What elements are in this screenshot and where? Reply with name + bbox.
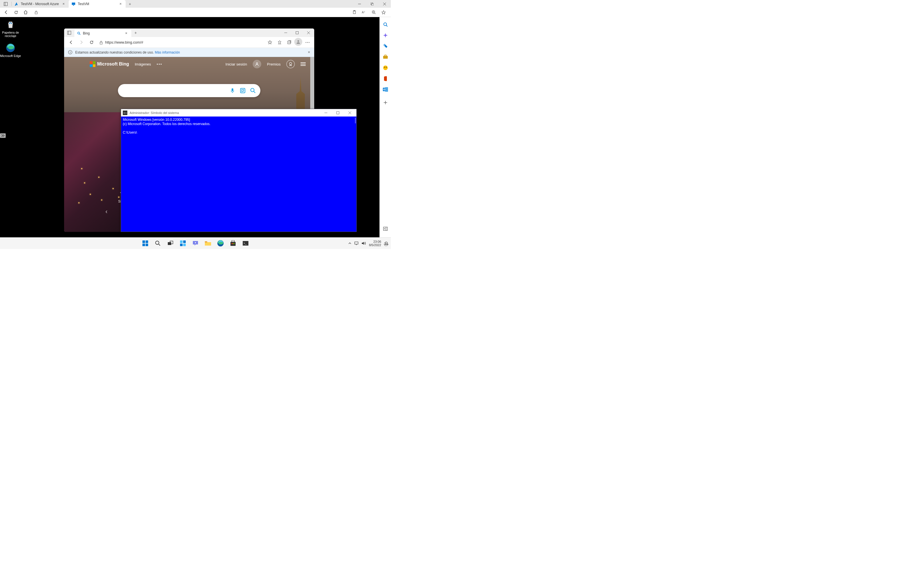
terminal-button[interactable]: >_ xyxy=(240,238,251,249)
settings-icon[interactable] xyxy=(383,241,389,247)
chevron-up-icon[interactable] xyxy=(348,242,351,245)
maximize-button[interactable] xyxy=(291,28,303,37)
search-button[interactable] xyxy=(153,238,163,249)
outer-tab-azure[interactable]: TestVM - Microsoft Azure ✕ xyxy=(11,0,69,8)
svg-rect-88 xyxy=(232,243,233,244)
svg-point-20 xyxy=(384,45,385,46)
close-button[interactable] xyxy=(345,109,355,117)
svg-rect-6 xyxy=(371,3,373,5)
bing-logo[interactable]: Microsoft Bing xyxy=(90,61,129,67)
scrollbar-thumb[interactable] xyxy=(355,118,356,123)
svg-rect-61 xyxy=(240,88,245,93)
shopping-icon[interactable] xyxy=(383,43,388,49)
minimize-button[interactable] xyxy=(280,28,291,37)
favorites-icon[interactable] xyxy=(379,8,388,16)
add-sidebar-icon[interactable] xyxy=(383,100,388,105)
chat-button[interactable] xyxy=(190,238,201,249)
back-button[interactable] xyxy=(66,38,76,47)
tab-label: TestVM xyxy=(78,2,116,6)
svg-rect-27 xyxy=(385,87,388,92)
favorites-menu-icon[interactable] xyxy=(275,38,284,47)
nav-images[interactable]: Imágenes xyxy=(135,62,151,66)
outer-address-bar[interactable] xyxy=(32,8,228,16)
home-button[interactable] xyxy=(21,8,30,16)
outer-tab-testvm[interactable]: TestVM ✕ xyxy=(69,0,126,8)
hamburger-icon[interactable] xyxy=(301,62,305,66)
close-button[interactable] xyxy=(378,0,391,8)
maximize-button[interactable] xyxy=(333,109,343,117)
profile-avatar[interactable] xyxy=(294,38,302,46)
explorer-button[interactable] xyxy=(202,238,214,249)
collections-icon[interactable] xyxy=(284,38,294,47)
rewards-icon[interactable] xyxy=(286,60,295,68)
signin-link[interactable]: Iniciar sesión xyxy=(225,62,247,66)
store-button[interactable] xyxy=(228,238,238,249)
read-aloud-icon[interactable]: A)) xyxy=(360,8,369,16)
new-tab-button[interactable]: + xyxy=(126,0,134,8)
bing-search-box[interactable] xyxy=(118,84,260,97)
edge-icon[interactable]: Microsoft Edge xyxy=(0,43,21,57)
search-icon[interactable] xyxy=(383,21,388,27)
edge-button[interactable] xyxy=(215,238,226,249)
tools-icon[interactable] xyxy=(383,54,388,60)
close-icon[interactable]: ✕ xyxy=(124,31,128,36)
rdp-toolbar-handle[interactable] xyxy=(0,133,6,138)
tab-actions-icon[interactable] xyxy=(0,0,11,8)
svg-rect-40 xyxy=(296,31,299,34)
start-button[interactable] xyxy=(140,238,151,249)
tab-label: TestVM - Microsoft Azure xyxy=(21,2,59,6)
minimize-button[interactable] xyxy=(321,109,331,117)
voice-search-icon[interactable] xyxy=(229,87,236,94)
svg-line-100 xyxy=(387,245,388,246)
refresh-button[interactable] xyxy=(87,38,96,47)
inner-tab-bing[interactable]: Bing ✕ xyxy=(74,30,131,37)
widgets-button[interactable] xyxy=(177,238,188,249)
task-view-button[interactable] xyxy=(165,238,176,249)
scrollbar-thumb[interactable] xyxy=(310,57,314,111)
rewards-link[interactable]: Premios xyxy=(267,62,281,66)
clock[interactable]: 23:06 8/5/2022 xyxy=(369,240,381,247)
cmd-scrollbar[interactable] xyxy=(352,117,356,232)
favorite-star-icon[interactable] xyxy=(265,38,274,47)
outlook-icon[interactable] xyxy=(383,87,388,92)
svg-point-25 xyxy=(386,67,387,68)
more-menu-icon[interactable] xyxy=(303,38,312,47)
info-link[interactable]: Más información xyxy=(155,51,180,54)
close-button[interactable] xyxy=(303,28,314,37)
new-tab-button[interactable]: + xyxy=(131,28,140,37)
clipboard-icon[interactable] xyxy=(350,8,359,16)
search-input[interactable] xyxy=(122,88,226,93)
more-icon[interactable]: ••• xyxy=(157,62,163,66)
back-button[interactable] xyxy=(2,8,11,16)
forward-button[interactable] xyxy=(77,38,86,47)
svg-rect-72 xyxy=(143,240,145,243)
cmd-titlebar[interactable]: C:\ Administrador: Símbolo del sistema xyxy=(121,109,356,117)
minimize-button[interactable] xyxy=(353,0,366,8)
refresh-button[interactable] xyxy=(11,8,21,16)
games-icon[interactable] xyxy=(383,65,388,71)
copilot-icon[interactable] xyxy=(383,33,388,38)
close-icon[interactable]: ✕ xyxy=(118,2,123,6)
svg-line-77 xyxy=(159,244,160,246)
collapse-sidebar-icon[interactable] xyxy=(383,226,388,232)
office-icon[interactable] xyxy=(383,76,388,82)
recycle-bin-icon[interactable]: Papelera de reciclaje xyxy=(0,20,21,38)
info-icon xyxy=(68,50,72,54)
close-icon[interactable]: ✕ xyxy=(308,51,310,54)
zoom-icon[interactable] xyxy=(369,8,378,16)
tab-actions-icon[interactable] xyxy=(64,28,74,37)
volume-icon[interactable] xyxy=(361,241,366,245)
search-icon[interactable] xyxy=(250,87,256,94)
image-search-icon[interactable] xyxy=(239,87,246,94)
chevron-left-icon[interactable]: ‹ xyxy=(105,208,107,215)
svg-point-49 xyxy=(305,42,306,43)
inner-address-bar[interactable]: https://www.bing.com/# xyxy=(97,38,264,47)
maximize-button[interactable] xyxy=(366,0,378,8)
svg-line-99 xyxy=(384,242,385,243)
svg-point-76 xyxy=(156,241,159,245)
close-icon[interactable]: ✕ xyxy=(61,2,66,6)
user-icon[interactable] xyxy=(253,60,261,68)
info-text: Estamos actualizando nuestras condicione… xyxy=(75,51,180,54)
cmd-output[interactable]: Microsoft Windows [versión 10.0.22000.79… xyxy=(121,117,356,136)
network-icon[interactable] xyxy=(354,241,359,245)
